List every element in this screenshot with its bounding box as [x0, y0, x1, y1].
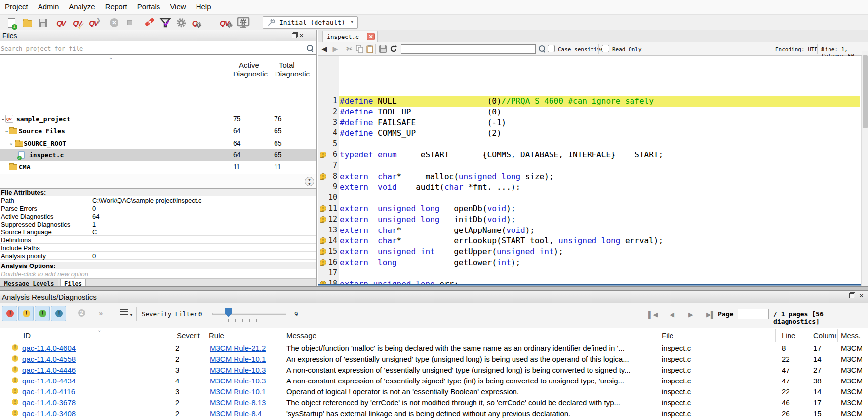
- code-line-1[interactable]: 1#define NULL (0)//PRQA S 4600 #can igno…: [318, 96, 868, 107]
- back-button[interactable]: ◀: [319, 44, 329, 54]
- code-area[interactable]: 1#define NULL (0)//PRQA S 4600 #can igno…: [318, 56, 868, 285]
- diagnostic-row[interactable]: !qac-11.4.0-46042M3CM Rule-21.2The objec…: [0, 343, 859, 354]
- paste-button[interactable]: [365, 44, 375, 54]
- rule-link[interactable]: M3CM Rule-21.2: [210, 344, 266, 352]
- menu-admin[interactable]: Admin: [33, 0, 64, 13]
- code-line-9[interactable]: 9extern void audit(char *fmt, ...);: [318, 182, 868, 192]
- rule-link[interactable]: M3CM Rule-10.1: [210, 387, 266, 396]
- diagnostic-id-link[interactable]: qac-11.4.0-4558: [22, 355, 76, 363]
- warning-icon[interactable]: !: [320, 216, 326, 223]
- page-input[interactable]: [738, 309, 769, 319]
- configuration-dropdown[interactable]: Initial (default) ▾: [263, 16, 358, 29]
- close-tab-button[interactable]: ✕: [367, 33, 375, 40]
- diagnostic-id-link[interactable]: qac-11.4.0-3408: [22, 409, 76, 418]
- menu-help[interactable]: Help: [191, 0, 216, 13]
- float-panel-button[interactable]: [288, 32, 295, 39]
- filter-severity-green-button[interactable]: !: [35, 306, 50, 321]
- forward-button[interactable]: ▶: [330, 44, 340, 54]
- warning-icon[interactable]: !: [320, 173, 326, 180]
- tree-item-cma[interactable]: CMA1111: [0, 161, 316, 173]
- analyze-next-button[interactable]: QV❯: [87, 16, 100, 29]
- diagnostic-row[interactable]: !qac-11.4.0-45582M3CM Rule-10.1An expres…: [0, 354, 859, 365]
- code-line-17[interactable]: 17: [318, 268, 868, 279]
- open-project-button[interactable]: [21, 16, 34, 29]
- column-header-active2[interactable]: Diagnostic: [233, 70, 268, 78]
- code-line-11[interactable]: 11extern unsigned long openDb(void);: [318, 203, 868, 214]
- filter-severity-blue-button[interactable]: !: [51, 306, 66, 321]
- col-header-message[interactable]: Message: [286, 331, 316, 340]
- read-only-checkbox[interactable]: [602, 45, 609, 52]
- code-line-8[interactable]: 8extern char* malloc(unsigned long size)…: [318, 171, 868, 182]
- remote-settings-button[interactable]: [237, 16, 250, 29]
- filter-button[interactable]: [159, 16, 172, 29]
- rule-link[interactable]: M3CM Rule-8.13: [210, 398, 266, 407]
- analysis-options-placeholder[interactable]: Double-click to add new option: [1, 270, 88, 278]
- menu-analyze[interactable]: Analyze: [64, 0, 100, 13]
- rule-link[interactable]: M3CM Rule-10.1: [210, 355, 266, 363]
- code-line-10[interactable]: 10: [318, 192, 868, 203]
- col-header-id[interactable]: ID: [23, 331, 31, 340]
- warning-icon[interactable]: !: [320, 259, 326, 266]
- reload-button[interactable]: [389, 44, 398, 54]
- next-page-button[interactable]: ▶: [688, 311, 693, 318]
- collapse-button[interactable]: ▼▼: [305, 177, 314, 186]
- last-page-button[interactable]: ▶▌: [706, 311, 715, 318]
- tree-item-sample-project[interactable]: ⌄sample_project7576: [0, 113, 316, 125]
- col-header-mess[interactable]: Mess.: [841, 331, 862, 340]
- code-line-13[interactable]: 13extern char* getAppName(void);: [318, 225, 868, 236]
- severity-slider[interactable]: [212, 313, 286, 315]
- code-line-4[interactable]: 4#define COMMS_UP (2): [318, 128, 868, 139]
- col-header-line[interactable]: Line: [782, 331, 795, 340]
- col-header-column[interactable]: Column: [813, 331, 836, 340]
- diagnostic-id-link[interactable]: qac-11.4.0-4604: [22, 344, 76, 352]
- tree-item-source-files[interactable]: ⌄Source Files6465: [0, 125, 316, 137]
- code-line-5[interactable]: 5: [318, 139, 868, 150]
- col-header-rule[interactable]: Rule: [209, 331, 224, 340]
- tab-inspect-c[interactable]: inspect.c ✕: [322, 31, 378, 42]
- code-line-3[interactable]: 3#define FAILSAFE (-1): [318, 117, 868, 128]
- close-panel-button[interactable]: ✕: [298, 32, 305, 39]
- rule-link[interactable]: M3CM Rule-8.4: [210, 409, 262, 418]
- stop-button[interactable]: [123, 16, 136, 29]
- code-line-14[interactable]: 14extern char* errLookup(START tool, uns…: [318, 235, 868, 246]
- analysis-settings-button[interactable]: Q: [191, 16, 203, 29]
- diagnostic-id-link[interactable]: qac-11.4.0-4446: [22, 366, 76, 374]
- column-header-total2[interactable]: Diagnostic: [275, 70, 310, 78]
- diagnostic-row[interactable]: !qac-11.4.0-41163M3CM Rule-10.1Operand o…: [0, 386, 859, 397]
- warning-icon[interactable]: !: [320, 205, 326, 212]
- menu-portals[interactable]: Portals: [132, 0, 165, 13]
- code-line-6[interactable]: 6typedef enum eSTART {COMMS, DATABASE, I…: [318, 150, 868, 160]
- warning-icon[interactable]: !: [320, 152, 326, 158]
- code-line-2[interactable]: 2#define TOOL_UP (0): [318, 107, 868, 117]
- copy-button[interactable]: [355, 44, 364, 54]
- close-panel-button[interactable]: ✕: [858, 292, 865, 300]
- diagnostic-row[interactable]: !qac-11.4.0-36782M3CM Rule-8.13The objec…: [0, 397, 859, 408]
- severity-slider-thumb[interactable]: [225, 308, 232, 317]
- float-panel-button[interactable]: [845, 292, 853, 300]
- menu-report[interactable]: Report: [100, 0, 132, 13]
- save-file-button[interactable]: [378, 44, 388, 54]
- project-settings-button[interactable]: QV: [220, 16, 233, 29]
- diagnostic-row[interactable]: !qac-11.4.0-44463M3CM Rule-10.3A non-con…: [0, 365, 859, 376]
- chevron-down-icon[interactable]: ⌄: [9, 140, 13, 146]
- rule-link[interactable]: M3CM Rule-10.3: [210, 366, 266, 374]
- analyze-button[interactable]: QV: [54, 16, 67, 29]
- col-header-file[interactable]: File: [662, 331, 673, 340]
- code-line-12[interactable]: 12extern unsigned long initDb(void);: [318, 214, 868, 225]
- code-line-15[interactable]: 15extern unsigned int getUpper(unsigned …: [318, 246, 868, 257]
- cut-button[interactable]: ✄: [344, 44, 354, 54]
- filter-severity-yellow-button[interactable]: !: [18, 306, 34, 321]
- diagnostic-id-link[interactable]: qac-11.4.0-4116: [22, 387, 75, 396]
- table-scrollbar-thumb[interactable]: [863, 55, 868, 128]
- level2-bubble-icon[interactable]: 2: [78, 309, 85, 317]
- column-header-active[interactable]: Active: [239, 61, 259, 69]
- col-header-severity[interactable]: Severit: [177, 331, 205, 340]
- rule-link[interactable]: M3CM Rule-10.3: [210, 377, 266, 385]
- code-line-16[interactable]: 16extern long getLower(int);: [318, 257, 868, 268]
- tree-item-source-root[interactable]: ⌄SOURCE_ROOT6465: [0, 137, 316, 149]
- diagnostic-id-link[interactable]: qac-11.4.0-4434: [22, 377, 76, 385]
- cancel-analysis-button[interactable]: ✕: [108, 16, 120, 29]
- settings-button[interactable]: [175, 16, 188, 29]
- save-button[interactable]: [37, 16, 49, 29]
- diagnostic-row[interactable]: !qac-11.4.0-44344M3CM Rule-10.3A non-con…: [0, 376, 859, 386]
